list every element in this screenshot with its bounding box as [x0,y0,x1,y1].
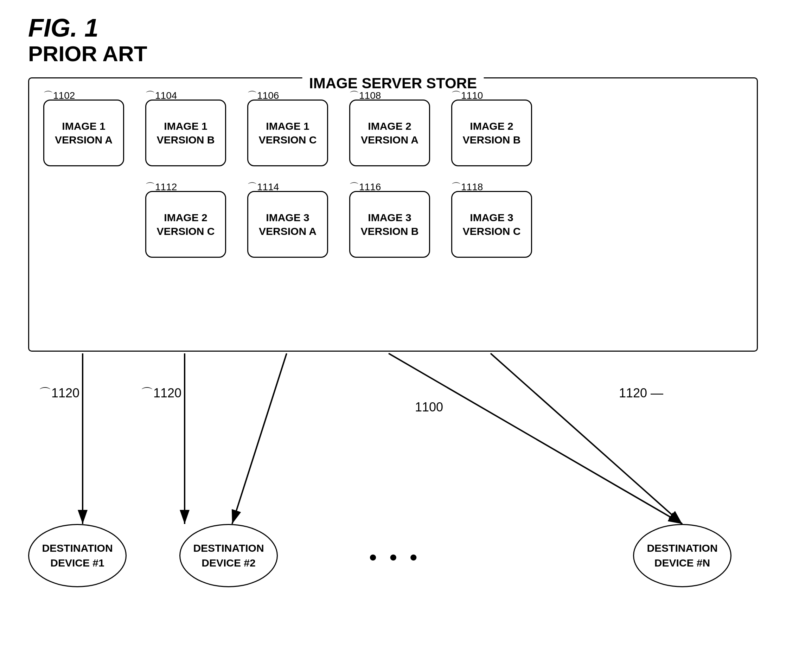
svg-line-3 [232,353,287,524]
prior-art-label: PRIOR ART [28,42,147,66]
image-box-1118: IMAGE 3VERSION C [451,191,532,258]
ref-1114: ⌒1114 [247,181,279,194]
destination-device-2: DESTINATIONDEVICE #2 [179,524,278,587]
svg-text:1120 —: 1120 — [619,386,663,400]
img-box-label: IMAGE 1VERSION C [258,119,316,147]
image-box-1108: IMAGE 2VERSION A [349,99,430,166]
image-box-1106: IMAGE 1VERSION C [247,99,328,166]
image-box-1116: IMAGE 3VERSION B [349,191,430,258]
img-box-label: IMAGE 2VERSION B [462,119,520,147]
img-box-label: IMAGE 1VERSION B [157,119,215,147]
svg-text:1100: 1100 [415,400,443,414]
image-box-1114: IMAGE 3VERSION A [247,191,328,258]
img-box-label: IMAGE 3VERSION A [259,210,316,238]
image-box-1110: IMAGE 2VERSION B [451,99,532,166]
destination-device-n: DESTINATIONDEVICE #N [633,524,731,587]
server-store-box: IMAGE SERVER STORE IMAGE 1VERSION A ⌒110… [28,77,758,352]
ref-1102: ⌒1102 [43,89,75,102]
ref-1116: ⌒1116 [349,181,381,194]
ref-1112: ⌒1112 [145,181,177,194]
image-box-1104: IMAGE 1VERSION B [145,99,226,166]
dest-label: DESTINATIONDEVICE #N [647,541,717,570]
figure-title: FIG. 1 PRIOR ART [28,14,147,66]
fig-number: FIG. 1 [28,14,147,42]
img-box-label: IMAGE 2VERSION A [361,119,418,147]
ref-1108: ⌒1108 [349,89,381,102]
dest-label: DESTINATIONDEVICE #2 [193,541,264,570]
img-box-label: IMAGE 3VERSION B [360,210,418,238]
image-box-1112: IMAGE 2VERSION C [145,191,226,258]
img-box-label: IMAGE 1VERSION A [55,119,113,147]
ref-1104: ⌒1104 [145,89,177,102]
svg-line-4 [388,353,682,524]
svg-line-5 [490,353,682,524]
ref-1118: ⌒1118 [451,181,483,194]
svg-text:⌒1120: ⌒1120 [39,386,80,400]
destination-device-1: DESTINATIONDEVICE #1 [28,524,127,587]
ref-1106: ⌒1106 [247,89,279,102]
svg-text:⌒1120: ⌒1120 [141,386,181,400]
img-box-label: IMAGE 3VERSION C [462,210,520,238]
dest-label: DESTINATIONDEVICE #1 [42,541,113,570]
img-box-label: IMAGE 2VERSION C [157,210,215,238]
ref-1110: ⌒1110 [451,89,483,102]
image-box-1102: IMAGE 1VERSION A [43,99,124,166]
ellipsis-dots: • • • [369,545,421,569]
